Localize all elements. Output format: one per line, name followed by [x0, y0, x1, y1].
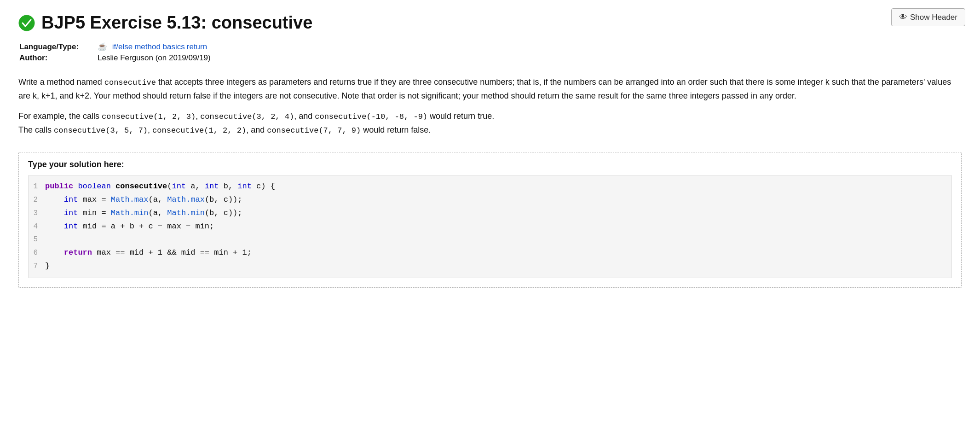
metadata-section: Language/Type: ☕ if/else method basics r…	[19, 42, 962, 63]
line-num-3: 3	[29, 207, 45, 220]
link-return[interactable]: return	[187, 42, 207, 52]
line-code-6: return max == mid + 1 && mid == min + 1;	[45, 246, 252, 260]
code-example1: consecutive(1, 2, 3)	[102, 112, 196, 121]
language-label: Language/Type:	[19, 42, 98, 52]
code-line-3: 3 int min = Math.min(a, Math.min(b, c));	[29, 207, 951, 220]
code-line-2: 2 int max = Math.max(a, Math.max(b, c));	[29, 193, 951, 207]
line-code-1: public boolean consecutive(int a, int b,…	[45, 180, 275, 193]
code-line-4: 4 int mid = a + b + c − max − min;	[29, 220, 951, 233]
code-line-7: 7 }	[29, 260, 951, 273]
eye-icon: 👁	[899, 12, 907, 22]
code-line-6: 6 return max == mid + 1 && mid == min + …	[29, 246, 951, 260]
author-row: Author: Leslie Ferguson (on 2019/09/19)	[19, 53, 962, 63]
language-row: Language/Type: ☕ if/else method basics r…	[19, 42, 962, 52]
description-para2: For example, the calls consecutive(1, 2,…	[18, 110, 962, 137]
line-code-2: int max = Math.max(a, Math.max(b, c));	[45, 193, 242, 207]
description-section: Write a method named consecutive that ac…	[18, 76, 962, 137]
author-label: Author:	[19, 53, 98, 63]
top-bar: 👁 Show Header	[876, 0, 980, 35]
page-container: BJP5 Exercise 5.13: consecutive Language…	[0, 0, 980, 306]
code-line-1: 1 public boolean consecutive(int a, int …	[29, 180, 951, 193]
description-para1: Write a method named consecutive that ac…	[18, 76, 962, 103]
link-ifelse[interactable]: if/else	[112, 42, 133, 52]
code-consecutive: consecutive	[104, 78, 156, 87]
line-code-3: int min = Math.min(a, Math.min(b, c));	[45, 207, 242, 220]
solution-area: Type your solution here: 1 public boolea…	[18, 152, 962, 288]
java-icon: ☕	[98, 42, 107, 52]
code-example6: consecutive(7, 7, 9)	[267, 126, 361, 135]
page-title-row: BJP5 Exercise 5.13: consecutive	[18, 11, 962, 33]
code-line-5: 5	[29, 233, 951, 246]
code-editor[interactable]: 1 public boolean consecutive(int a, int …	[28, 175, 952, 278]
code-example2: consecutive(3, 2, 4)	[200, 112, 294, 121]
link-method-basics[interactable]: method basics	[134, 42, 185, 52]
line-num-4: 4	[29, 221, 45, 233]
line-num-1: 1	[29, 181, 45, 193]
svg-point-0	[19, 15, 35, 31]
line-num-5: 5	[29, 233, 45, 246]
line-code-4: int mid = a + b + c − max − min;	[45, 220, 214, 233]
line-code-5	[45, 233, 50, 246]
solution-label: Type your solution here:	[28, 160, 952, 169]
line-num-7: 7	[29, 260, 45, 273]
exercise-title: BJP5 Exercise 5.13: consecutive	[41, 13, 312, 33]
code-example5: consecutive(1, 2, 2)	[152, 126, 246, 135]
line-num-6: 6	[29, 247, 45, 259]
author-value: Leslie Ferguson (on 2019/09/19)	[98, 53, 211, 63]
check-circle-icon	[18, 15, 35, 31]
code-example3: consecutive(-10, -8, -9)	[315, 112, 427, 121]
show-header-button[interactable]: 👁 Show Header	[891, 8, 965, 26]
line-code-7: }	[45, 260, 50, 273]
line-num-2: 2	[29, 194, 45, 206]
code-example4: consecutive(3, 5, 7)	[54, 126, 148, 135]
show-header-label: Show Header	[910, 13, 957, 22]
